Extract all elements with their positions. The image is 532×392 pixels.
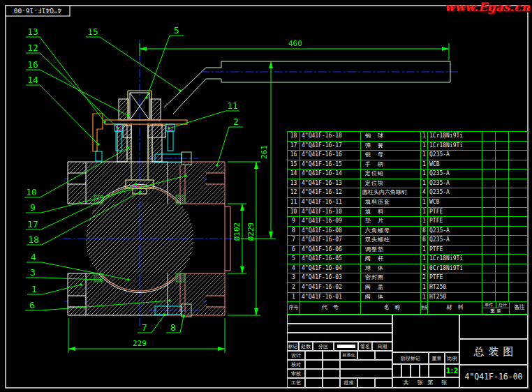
callout-17: 17 [27,219,38,229]
table-row: 34"Q41F-16-03密封圈2PTFE [288,273,527,282]
callout-8: 8 [170,322,176,333]
table-row: 134"Q41F-16-13定位块1Q235-A [288,179,527,188]
part-name: 钢 球 [361,132,421,141]
table-row: 124"Q41F-16-12圆柱头内六角螺钉4Q235-A [288,188,527,197]
handle [164,61,450,114]
header-weight-each: 单件 [482,302,496,308]
erased-area [337,345,355,348]
label-check: 校对 [287,360,305,369]
callout-6: 6 [29,300,35,310]
callout-13: 13 [27,27,38,37]
part-qty: 1 [421,132,428,141]
callout-14: 14 [27,75,38,85]
table-row: 24"Q41F-16-02阀 盖1HT250 [288,282,527,292]
table-row: 64"Q41F-16-06调整垫1PTFE [288,245,527,255]
drawing-number: 4"Q41F-16-00 [459,365,528,388]
callout-2: 2 [233,116,239,127]
header-material: 材 料 [428,302,482,314]
header-name: 名 称 [361,302,421,314]
packing-section [148,137,152,159]
label-sign: 签名 [358,342,372,351]
callout-18: 18 [28,234,39,245]
callout-3: 3 [30,267,36,278]
cad-viewport: { "logo": { "text": "www.Egas.cn" }, "co… [0,0,532,392]
label-count: 处数 [299,342,313,351]
callout-1: 1 [31,284,37,294]
label-weight: 重量 [429,352,445,364]
label-mark: 标记 [287,342,299,351]
flange-bolt-hole [68,174,85,183]
table-row: 44"Q41F-16-04球 体10Cr18Ni9Ti [288,264,527,273]
header-remarks: 备注 [510,302,529,314]
title-block: 标记 处数 分区 签名 日期 设计 标准化 校对 审核 工艺 批准 阶段标记 重… [287,315,528,388]
dim-face-to-face: 229 [133,339,147,348]
table-row: 54"Q41F-16-05阀 杆11Cr18Ni9Ti [288,254,527,264]
locating-pin [96,151,102,161]
stage-top-box [392,315,459,352]
sheets-label: 共 张 第 张 [392,377,459,388]
label-design: 设计 [287,351,305,360]
label-approve: 批准 [340,378,357,388]
dim-height: 261 [260,145,269,159]
site-logo: www.Egas.cn [445,0,530,14]
label-scale: 比例 [445,352,459,364]
dim-handle-length: 460 [288,39,302,48]
parts-table: 184"Q41F-16-18钢 球11Cr18Ni9Ti 174"Q41F-16… [287,131,528,315]
label-process: 工艺 [287,378,305,388]
callout-12: 12 [27,43,38,53]
table-row: 14"Q41F-16-01阀 体1HT250 [288,292,527,302]
locating-block [93,114,103,151]
callout-15: 15 [87,27,98,37]
callout-9: 9 [30,202,36,213]
table-row: 94"Q41F-16-09垫 片1PTFE [288,216,527,226]
flange-bolt-hole [207,174,224,183]
label-zone: 分区 [313,342,334,351]
packing-gland-section [148,126,165,137]
drawing-title: 总装图 [459,339,528,365]
header-qty: 数量 [421,302,428,314]
table-row: 74"Q41F-16-07双头螺柱8Q235-A [288,235,527,245]
header-no: 序号 [288,302,300,314]
table-row: 174"Q41F-16-17弹 簧11Cr18Ni9Ti [288,141,527,151]
table-row: 104"Q41F-16-10填 料1PTFE [288,207,527,217]
dim-bore: Ø102 [232,223,242,241]
callout-5: 5 [174,25,179,36]
packing-gland-section [123,126,131,137]
label-review: 审核 [287,369,305,378]
flange-bolt-hole [207,296,224,306]
callout-10: 10 [26,187,37,197]
callout-16: 16 [27,59,38,70]
header-weight: 重 量 [482,308,509,314]
callout-11: 11 [227,100,238,111]
part-material: 1Cr18Ni9Ti [428,132,482,141]
scale-value: 1:2 [445,364,459,377]
label-standardization: 标准化 [340,351,357,360]
dim-flange-od: Ø229 [246,223,256,241]
header-code: 代 号 [300,302,361,314]
table-header-row: 序号 代 号 名 称 数量 材 料 单件总计 重 量 备注 [288,301,527,314]
part-no: 18 [288,132,300,141]
callout-4: 4 [31,252,36,262]
table-row: 114"Q41F-16-11填料压套1WCB [288,197,527,207]
corner-stamp-text: 4"Q41F-16-00 [13,7,61,15]
flange-bolt-hole [68,296,85,306]
company-box [459,315,528,339]
label-stage-mark: 阶段标记 [392,352,429,364]
table-row: 154"Q41F-16-15手 柄1WCB [288,160,527,169]
stop-plate [105,120,187,124]
label-date: 日期 [372,342,392,351]
part-code: 4"Q41F-16-18 [300,132,361,141]
table-row: 144"Q41F-16-14定位销1Q235-A [288,169,527,179]
callout-7: 7 [142,322,147,333]
table-row: 164"Q41F-16-16锁 母1Q235-A [288,150,527,160]
header-weight-total: 总计 [496,302,510,308]
table-row: 184"Q41F-16-18钢 球11Cr18Ni9Ti [288,132,527,141]
header-weight-group: 单件总计 重 量 [482,302,510,314]
table-row: 84"Q41F-16-08六角螺母8Q235-A [288,226,527,236]
